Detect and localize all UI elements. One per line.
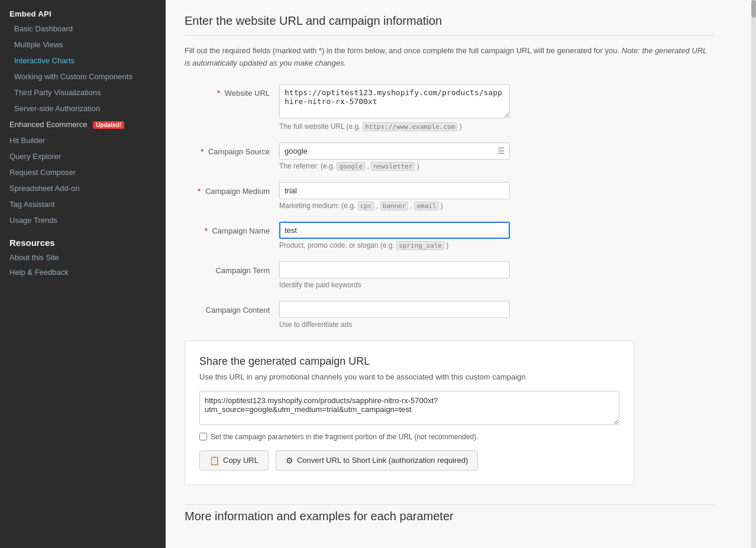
sidebar-item-basic-dashboard[interactable]: Basic Dashboard — [0, 21, 166, 37]
campaign-name-label: * Campaign Name — [185, 222, 279, 235]
campaign-term-input[interactable] — [279, 261, 510, 278]
campaign-medium-input[interactable] — [279, 182, 510, 199]
campaign-content-hint: Use to differentiate ads — [279, 320, 715, 329]
sidebar-item-query-explorer[interactable]: Query Explorer — [0, 148, 166, 164]
copy-icon: 📋 — [209, 456, 219, 465]
sidebar-item-request-composer[interactable]: Request Composer — [0, 164, 166, 180]
campaign-medium-label: * Campaign Medium — [185, 182, 279, 196]
generated-description: Use this URL in any promotional channels… — [199, 372, 619, 381]
sidebar-item-help-feedback[interactable]: Help & Feedback — [0, 265, 166, 280]
campaign-source-label: * Campaign Source — [185, 142, 279, 156]
website-url-hint-code: https://www.example.com — [363, 122, 457, 131]
campaign-source-input-wrap: ☰ — [279, 142, 510, 160]
scrollbar-right[interactable] — [751, 0, 756, 548]
campaign-name-row: * Campaign Name Product, promo code, or … — [185, 222, 715, 249]
website-url-label: * Website URL — [185, 84, 279, 98]
campaign-medium-field-wrap: Marketing medium: (e.g. cpc , banner , e… — [279, 182, 715, 210]
campaign-source-field-wrap: ☰ The referrer: (e.g. google , newslette… — [279, 142, 715, 170]
campaign-name-field-wrap: Product, promo code, or slogan (e.g. spr… — [279, 222, 715, 249]
campaign-source-hint: The referrer: (e.g. google , newsletter … — [279, 162, 715, 170]
copy-url-button[interactable]: 📋 Copy URL — [199, 450, 269, 471]
campaign-content-field-wrap: Use to differentiate ads — [279, 301, 715, 329]
intro-text: Fill out the required fields (marked wit… — [185, 45, 715, 70]
sidebar: Embed API Basic Dashboard Multiple Views… — [0, 0, 166, 548]
sidebar-item-third-party-visualizations[interactable]: Third Party Visualizations — [0, 85, 166, 100]
sidebar-item-tag-assistant[interactable]: Tag Assistant — [0, 196, 166, 212]
website-url-hint: The full website URL (e.g. https://www.e… — [279, 122, 715, 131]
generated-url-box: Share the generated campaign URL Use thi… — [185, 341, 634, 485]
button-row: 📋 Copy URL ⚙ Convert URL to Short Link (… — [199, 450, 619, 471]
website-url-row: * Website URL The full website URL (e.g.… — [185, 84, 715, 131]
campaign-content-row: Campaign Content Use to differentiate ad… — [185, 301, 715, 329]
list-icon: ☰ — [497, 146, 505, 155]
sidebar-item-enhanced-ecommerce[interactable]: Enhanced Ecommerce Updated! — [0, 116, 166, 132]
sidebar-item-interactive-charts[interactable]: Interactive Charts — [0, 53, 166, 69]
fragment-checkbox[interactable] — [199, 433, 207, 440]
enhanced-ecommerce-badge: Updated! — [93, 121, 124, 129]
campaign-name-input[interactable] — [279, 222, 510, 239]
generated-url-textarea[interactable] — [199, 391, 619, 425]
main-content: Enter the website URL and campaign infor… — [166, 0, 751, 548]
sidebar-item-working-custom-components[interactable]: Working with Custom Components — [0, 69, 166, 85]
link-icon: ⚙ — [286, 456, 293, 465]
required-star: * — [217, 89, 220, 98]
sidebar-item-usage-trends[interactable]: Usage Trends — [0, 212, 166, 228]
campaign-content-label: Campaign Content — [185, 301, 279, 314]
campaign-source-row: * Campaign Source ☰ The referrer: (e.g. … — [185, 142, 715, 170]
more-info-title: More information and examples for each p… — [185, 504, 715, 523]
sidebar-resources-header: Resources — [0, 228, 166, 250]
sidebar-item-server-side-authorization[interactable]: Server-side Authorization — [0, 100, 166, 116]
sidebar-item-multiple-views[interactable]: Multiple Views — [0, 37, 166, 53]
campaign-medium-row: * Campaign Medium Marketing medium: (e.g… — [185, 182, 715, 210]
scrollbar-thumb[interactable] — [751, 0, 756, 18]
website-url-field-wrap: The full website URL (e.g. https://www.e… — [279, 84, 715, 131]
campaign-term-field-wrap: Identify the paid keywords — [279, 261, 715, 289]
campaign-name-hint: Product, promo code, or slogan (e.g. spr… — [279, 241, 715, 249]
campaign-term-label: Campaign Term — [185, 261, 279, 275]
sidebar-item-hit-builder[interactable]: Hit Builder — [0, 132, 166, 148]
generated-title: Share the generated campaign URL — [199, 355, 619, 368]
sidebar-item-about-site[interactable]: About this Site — [0, 250, 166, 265]
fragment-checkbox-label[interactable]: Set the campaign parameters in the fragm… — [211, 433, 478, 441]
fragment-checkbox-row: Set the campaign parameters in the fragm… — [199, 433, 619, 441]
campaign-term-row: Campaign Term Identify the paid keywords — [185, 261, 715, 289]
campaign-source-input[interactable] — [279, 142, 510, 160]
sidebar-item-spreadsheet-addon[interactable]: Spreadsheet Add-on — [0, 180, 166, 196]
campaign-content-input[interactable] — [279, 301, 510, 318]
campaign-term-hint: Identify the paid keywords — [279, 281, 715, 289]
sidebar-embed-api-header: Embed API — [0, 5, 166, 21]
campaign-medium-hint: Marketing medium: (e.g. cpc , banner , e… — [279, 202, 715, 210]
page-title: Enter the website URL and campaign infor… — [185, 14, 715, 35]
convert-url-button[interactable]: ⚙ Convert URL to Short Link (authorizati… — [276, 450, 478, 471]
website-url-input[interactable] — [279, 84, 510, 118]
